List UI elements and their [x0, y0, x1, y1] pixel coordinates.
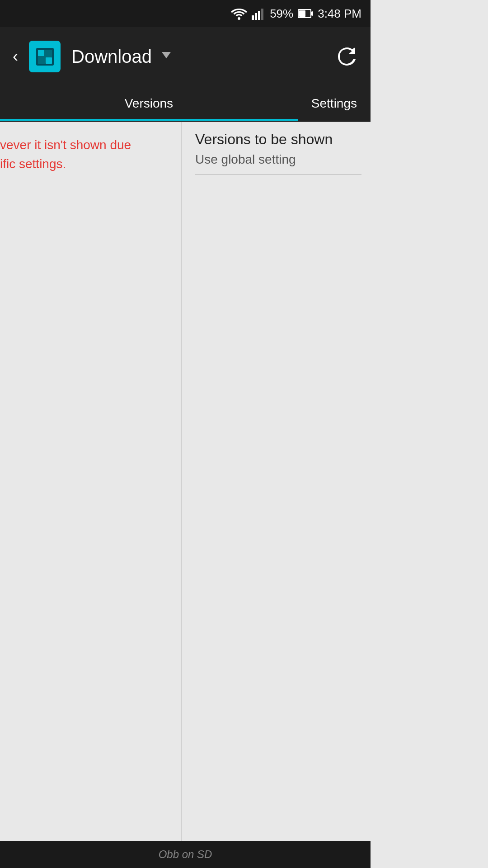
left-panel-text: vever it isn't shown due ific settings.: [0, 136, 172, 174]
status-bar: 59% 3:48 PM: [0, 0, 371, 27]
battery-icon: [298, 8, 313, 19]
app-icon: [29, 41, 61, 72]
back-button[interactable]: ‹: [9, 43, 22, 70]
refresh-button[interactable]: [333, 42, 361, 71]
tab-bar: Versions Settings: [0, 86, 371, 122]
bottom-bar-label: Obb on SD: [159, 848, 212, 861]
wifi-icon: [231, 7, 247, 20]
app-title: Download: [71, 47, 152, 67]
dropdown-arrow-icon: [162, 52, 171, 61]
right-panel-subtitle: Use global setting: [195, 152, 361, 167]
status-time: 3:48 PM: [318, 7, 361, 21]
panel-section-divider: [195, 174, 361, 175]
left-panel: vever it isn't shown due ific settings.: [0, 122, 181, 841]
bottom-bar: Obb on SD: [0, 841, 371, 868]
svg-marker-15: [162, 52, 171, 58]
status-icons: 59% 3:48 PM: [231, 7, 361, 21]
tab-settings[interactable]: Settings: [298, 86, 371, 121]
svg-rect-8: [311, 11, 313, 16]
svg-rect-11: [38, 50, 44, 56]
app-bar-left: ‹ Download: [9, 41, 171, 72]
svg-rect-14: [38, 56, 46, 64]
svg-rect-7: [299, 10, 305, 17]
svg-rect-12: [46, 57, 52, 64]
svg-point-0: [238, 17, 240, 20]
svg-rect-2: [255, 13, 257, 20]
svg-rect-1: [252, 15, 254, 20]
tab-versions[interactable]: Versions: [0, 86, 298, 121]
right-panel: Versions to be shown Use global setting: [182, 122, 371, 841]
app-bar: ‹ Download: [0, 27, 371, 86]
battery-percent: 59%: [270, 7, 293, 21]
puzzle-icon: [33, 44, 57, 69]
svg-rect-4: [261, 9, 263, 20]
right-panel-title: Versions to be shown: [195, 131, 361, 148]
signal-icon: [252, 7, 265, 20]
svg-rect-3: [258, 11, 260, 20]
content-area: vever it isn't shown due ific settings. …: [0, 122, 371, 841]
refresh-icon: [336, 46, 358, 67]
